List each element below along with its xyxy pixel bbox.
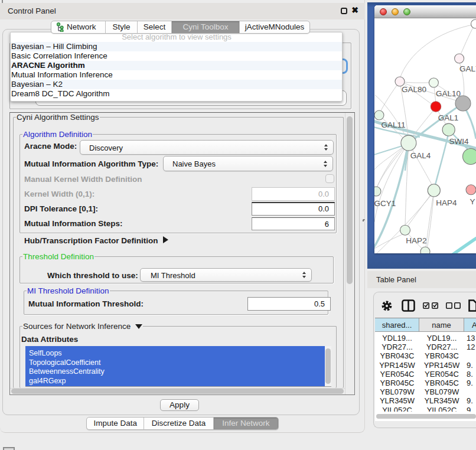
svg-text:SWI4: SWI4 <box>449 137 468 146</box>
svg-text:GAL10: GAL10 <box>436 89 461 98</box>
svg-text:GAL4: GAL4 <box>410 151 431 160</box>
svg-text:HAP2: HAP2 <box>406 236 426 245</box>
svg-text:GAL1: GAL1 <box>438 113 459 122</box>
svg-text:Y: Y <box>470 197 475 206</box>
svg-text:GCY1: GCY1 <box>374 199 396 208</box>
svg-text:GAL7: GAL7 <box>459 64 476 73</box>
svg-text:GAL11: GAL11 <box>381 120 405 129</box>
svg-text:HAP4: HAP4 <box>436 198 457 207</box>
svg-text:GAL80: GAL80 <box>402 85 426 94</box>
